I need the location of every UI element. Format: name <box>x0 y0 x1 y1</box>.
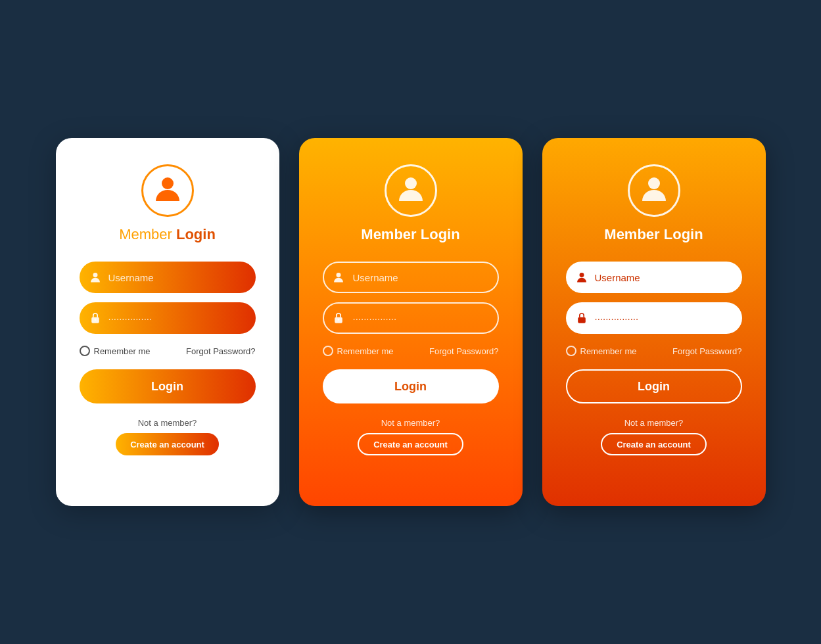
login-card-gradient1: Member Login <box>299 138 523 506</box>
lock-input-icon <box>89 311 102 325</box>
avatar-circle <box>385 164 437 217</box>
title-word2: Login <box>664 226 703 242</box>
user-icon <box>640 175 669 206</box>
card-title: Member Login <box>361 226 459 243</box>
remember-me[interactable]: Remember me <box>80 346 151 356</box>
login-button[interactable]: Login <box>80 369 256 403</box>
password-input[interactable] <box>323 302 499 334</box>
title-word1: Member <box>361 226 416 242</box>
svg-point-7 <box>337 319 339 321</box>
username-input[interactable] <box>323 262 499 293</box>
forgot-password-link[interactable]: Forgot Password? <box>429 346 499 356</box>
remember-radio[interactable] <box>566 346 576 356</box>
remember-label: Remember me <box>337 346 394 356</box>
password-input[interactable] <box>566 302 742 334</box>
forgot-password-link[interactable]: Forgot Password? <box>672 346 742 356</box>
title-word2: Login <box>176 226 216 242</box>
avatar-circle <box>628 164 680 217</box>
username-input[interactable] <box>80 262 256 293</box>
username-group <box>80 262 256 293</box>
remember-radio[interactable] <box>323 346 333 356</box>
user-input-icon <box>332 271 345 284</box>
svg-point-8 <box>648 177 660 189</box>
create-account-button[interactable]: Create an account <box>116 433 219 455</box>
svg-point-5 <box>336 273 340 277</box>
user-icon <box>153 175 182 206</box>
options-row: Remember me Forgot Password? <box>323 346 499 356</box>
svg-point-9 <box>579 273 584 277</box>
create-account-button[interactable]: Create an account <box>358 433 463 455</box>
remember-radio[interactable] <box>80 346 90 356</box>
create-account-button[interactable]: Create an account <box>601 433 707 455</box>
not-member-text: Not a member? <box>138 418 197 428</box>
remember-me[interactable]: Remember me <box>566 346 637 356</box>
remember-label: Remember me <box>94 346 151 356</box>
title-word1: Member <box>604 226 659 242</box>
remember-label: Remember me <box>580 346 637 356</box>
user-input-icon <box>575 271 588 284</box>
options-row: Remember me Forgot Password? <box>80 346 256 356</box>
svg-point-3 <box>94 319 96 321</box>
svg-point-1 <box>93 273 97 277</box>
svg-point-4 <box>405 177 417 189</box>
password-group <box>323 302 499 334</box>
password-input[interactable] <box>80 302 256 334</box>
login-button[interactable]: Login <box>323 369 499 403</box>
cards-container: Member Login <box>56 138 766 506</box>
login-card-white: Member Login <box>56 138 279 506</box>
username-group <box>566 262 742 293</box>
svg-point-11 <box>580 319 582 321</box>
username-group <box>323 262 499 293</box>
card-title: Member Login <box>119 226 216 243</box>
title-word1: Member <box>119 226 172 242</box>
login-card-gradient2: Member Login <box>542 138 766 506</box>
user-icon <box>396 175 425 206</box>
not-member-text: Not a member? <box>624 418 684 428</box>
remember-me[interactable]: Remember me <box>323 346 394 356</box>
login-button[interactable]: Login <box>566 369 742 403</box>
user-input-icon <box>89 271 102 284</box>
password-group <box>80 302 256 334</box>
not-member-text: Not a member? <box>381 418 440 428</box>
forgot-password-link[interactable]: Forgot Password? <box>186 346 256 356</box>
options-row: Remember me Forgot Password? <box>566 346 742 356</box>
username-input[interactable] <box>566 262 742 293</box>
svg-point-0 <box>162 177 174 189</box>
card-title: Member Login <box>604 226 703 243</box>
title-word2: Login <box>421 226 460 242</box>
avatar-circle <box>141 164 194 217</box>
lock-input-icon <box>332 311 345 325</box>
lock-input-icon <box>575 311 588 325</box>
password-group <box>566 302 742 334</box>
